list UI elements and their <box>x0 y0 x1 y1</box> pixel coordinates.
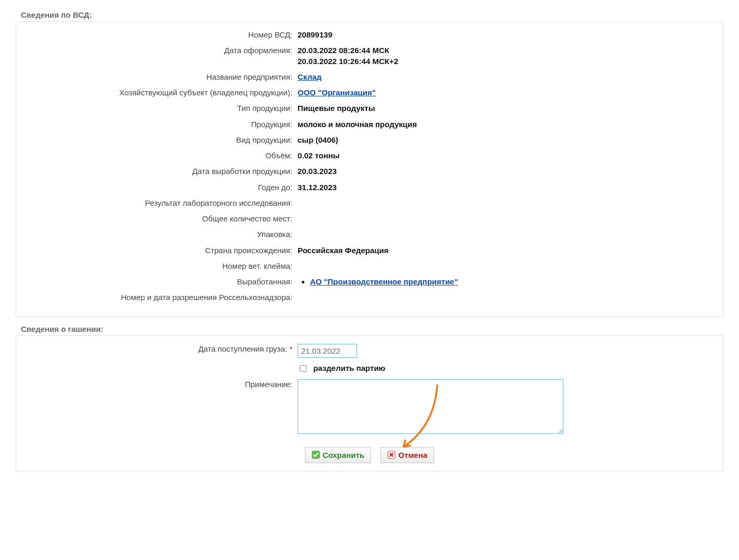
product-kind-value: сыр (0406) <box>298 135 712 145</box>
volume-label: Объём: <box>27 151 298 161</box>
product-kind-label: Вид продукции: <box>27 135 298 145</box>
expiry-value: 31.12.2023 <box>298 182 712 193</box>
enterprise-label: Название предприятия: <box>27 72 298 82</box>
issue-date-label: Дата оформления: <box>27 45 298 56</box>
lab-result-label: Результат лабораторного исследования: <box>27 198 298 208</box>
owner-label: Хозяйствующий субъект (владелец продукци… <box>27 88 298 98</box>
prod-type-label: Тип продукции: <box>27 103 298 114</box>
note-textarea[interactable] <box>298 379 563 434</box>
permit-label: Номер и дата разрешения Россельхознадзор… <box>27 292 298 303</box>
packaging-label: Упаковка: <box>27 229 298 240</box>
enterprise-link[interactable]: Склад <box>298 72 322 81</box>
volume-value: 0.02 тонны <box>298 151 712 161</box>
split-batch-label[interactable]: разделить партию <box>313 364 385 372</box>
places-label: Общее количество мест: <box>27 214 298 224</box>
arrival-date-input[interactable] <box>298 344 357 358</box>
made-date-value: 20.03.2023 <box>298 166 712 177</box>
stamp-label: Номер вет. клейма: <box>27 261 298 271</box>
button-bar: Сохранить Отмена <box>27 447 712 463</box>
note-label: Примечание: <box>27 379 298 390</box>
origin-value: Российская Федерация <box>298 245 712 256</box>
produced-by-label: Выработанная: <box>27 277 298 287</box>
issue-date-line1: 20.03.2022 08:26:44 МСК <box>298 46 389 55</box>
checkmark-icon <box>312 451 320 459</box>
product-label: Продукция: <box>27 119 298 130</box>
redemption-info-title: Сведения о гашении: <box>21 325 723 333</box>
product-value: молоко и молочная продукция <box>298 119 712 130</box>
vsd-info-section: Номер ВСД: 20899139 Дата оформления: 20.… <box>16 21 723 317</box>
cross-icon <box>387 451 396 459</box>
made-date-label: Дата выработки продукции: <box>27 166 298 177</box>
cancel-button[interactable]: Отмена <box>380 447 434 463</box>
split-batch-checkbox[interactable] <box>300 365 306 372</box>
origin-label: Страна происхождения: <box>27 245 298 256</box>
prod-type-value: Пищевые продукты <box>298 103 712 114</box>
redemption-info-section: Дата поступления груза: * разделить парт… <box>16 335 723 471</box>
cancel-button-label: Отмена <box>398 451 427 459</box>
save-button[interactable]: Сохранить <box>305 447 371 463</box>
produced-by-link[interactable]: АО "Производственное предприятие" <box>310 277 458 286</box>
issue-date-line2: 20.03.2022 10:26:44 МСК+2 <box>298 57 398 66</box>
vsd-number-value: 20899139 <box>298 30 712 40</box>
vsd-number-label: Номер ВСД: <box>27 30 298 40</box>
issue-date-value: 20.03.2022 08:26:44 МСК 20.03.2022 10:26… <box>298 45 712 67</box>
owner-link[interactable]: ООО "Организация" <box>298 88 376 97</box>
arrival-date-label: Дата поступления груза: * <box>27 344 298 354</box>
expiry-label: Годен до: <box>27 182 298 193</box>
vsd-info-title: Сведения по ВСД: <box>21 10 723 19</box>
save-button-label: Сохранить <box>323 451 364 459</box>
